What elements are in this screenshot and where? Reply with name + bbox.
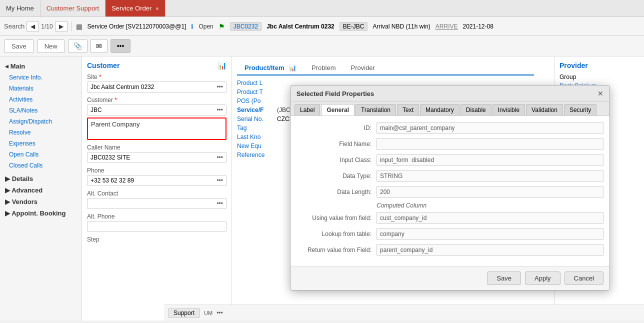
alt-contact-label: Alt. Contact	[87, 190, 226, 197]
modal-tab-text[interactable]: Text	[397, 104, 419, 116]
top-navigation: My Home Customer Support Service Order ×	[0, 0, 644, 17]
tab-home[interactable]: My Home	[0, 0, 40, 16]
more-button[interactable]: •••	[110, 39, 131, 53]
alt-phone-input[interactable]	[90, 223, 223, 230]
new-button[interactable]: New	[37, 40, 65, 53]
modal-tab-invisible[interactable]: Invisible	[492, 104, 525, 116]
sidebar-item-assign-dispatch[interactable]: Assign/Dispatch	[0, 116, 82, 127]
modal-header: Selected Field Properties ✕	[290, 86, 610, 102]
customer-dots-button[interactable]: •••	[216, 106, 223, 114]
tab-problem[interactable]: Problem	[304, 62, 343, 74]
customer-panel: Customer 📊 Site * ••• Customer * ••• Par…	[82, 56, 232, 320]
separator	[72, 22, 72, 32]
lookup-table-input[interactable]	[376, 228, 604, 240]
field-name-label: Field Name:	[296, 140, 376, 148]
input-class-row: Input Class:	[296, 154, 604, 166]
parent-company-field: Parent Company	[87, 118, 226, 140]
site-input[interactable]	[90, 84, 216, 90]
nav-next-button[interactable]: ▶	[55, 21, 68, 32]
alt-phone-label: Alt. Phone	[87, 213, 226, 220]
modal-tab-mandatory[interactable]: Mandatory	[420, 104, 460, 116]
customer-panel-title: Customer 📊	[87, 62, 226, 70]
arrive-link[interactable]: ARRIVE	[436, 23, 458, 30]
modal-apply-button[interactable]: Apply	[525, 272, 560, 285]
modal-tab-disable[interactable]: Disable	[460, 104, 492, 116]
sidebar-item-open-calls[interactable]: Open Calls	[0, 149, 82, 160]
modal-close-button[interactable]: ✕	[598, 90, 604, 98]
modal-tab-general[interactable]: General	[321, 104, 354, 116]
sidebar-item-label: Assign/Dispatch	[9, 118, 52, 125]
using-value-label: Using value from field:	[296, 214, 376, 222]
alt-contact-input[interactable]	[90, 200, 216, 207]
modal-tab-label[interactable]: Label	[294, 104, 320, 116]
product-chart-icon[interactable]: 📊	[289, 64, 296, 72]
data-length-label: Data Length:	[296, 188, 376, 196]
input-class-label: Input Class:	[296, 156, 376, 164]
mail-button[interactable]: ✉	[90, 39, 108, 53]
customer-input[interactable]	[90, 106, 216, 114]
sidebar-item-materials[interactable]: Materials	[0, 83, 82, 94]
bottom-dots-button[interactable]: •••	[216, 310, 223, 316]
return-field-label: Return value from Field:	[296, 246, 376, 254]
id-input[interactable]	[376, 122, 604, 134]
site-dots-button[interactable]: •••	[216, 84, 223, 90]
caller-dots-button[interactable]: •••	[216, 154, 223, 161]
info-icon[interactable]: ℹ	[191, 23, 194, 30]
lookup-table-label: Lookup from table:	[296, 230, 376, 238]
last-known-label: Last Kno	[237, 134, 277, 140]
sidebar-item-service-info[interactable]: Service Info.	[0, 72, 82, 83]
tab-service-order[interactable]: Service Order ×	[106, 0, 166, 16]
clip-button[interactable]: 📎	[68, 39, 88, 53]
sidebar-section-main[interactable]: ◂ Main	[0, 60, 82, 72]
caller-field[interactable]: •••	[87, 152, 226, 163]
date-text: 2021-12-08	[462, 23, 493, 30]
phone-field[interactable]: •••	[87, 175, 226, 186]
sidebar-item-sla-notes[interactable]: SLA/Notes	[0, 105, 82, 116]
status-badge: Open	[198, 23, 213, 30]
modal-tab-security[interactable]: Security	[564, 104, 596, 116]
chart-icon[interactable]: 📊	[218, 62, 226, 70]
id-row: ID:	[296, 122, 604, 134]
tab-customer-support[interactable]: Customer Support	[40, 0, 106, 16]
sidebar-item-resolve[interactable]: Resolve	[0, 127, 82, 138]
code-chip: JBC0232	[230, 22, 262, 31]
lookup-table-row: Lookup from table:	[296, 228, 604, 240]
sidebar: ◂ Main Service Info. Materials Activitie…	[0, 56, 82, 320]
sidebar-section-details[interactable]: ▶ Details	[0, 173, 82, 184]
modal-cancel-button[interactable]: Cancel	[564, 272, 604, 285]
sidebar-item-expenses[interactable]: Expenses	[0, 138, 82, 149]
sidebar-item-closed-calls[interactable]: Closed Calls	[0, 160, 82, 171]
provider-group-label: Group	[560, 74, 639, 80]
data-type-label: Data Type:	[296, 172, 376, 180]
save-button[interactable]: Save	[4, 40, 34, 53]
field-name-input[interactable]	[376, 138, 604, 150]
phone-dots-button[interactable]: •••	[216, 177, 223, 184]
tab-provider[interactable]: Provider	[344, 62, 382, 74]
customer-field[interactable]: •••	[87, 104, 226, 116]
tab-product-item[interactable]: Product/Item 📊	[237, 62, 304, 74]
input-class-input[interactable]	[376, 154, 604, 166]
alt-contact-dots-button[interactable]: •••	[216, 200, 223, 207]
alt-contact-field[interactable]: •••	[87, 198, 226, 209]
return-field-input[interactable]	[376, 244, 604, 256]
field-properties-modal: Selected Field Properties ✕ Label Genera…	[290, 85, 610, 290]
sidebar-item-activities[interactable]: Activities	[0, 94, 82, 105]
site-field[interactable]: •••	[87, 82, 226, 92]
modal-tab-validation[interactable]: Validation	[526, 104, 563, 116]
sidebar-section-advanced[interactable]: ▶ Advanced	[0, 184, 82, 196]
product-type-label: Product T	[237, 88, 277, 96]
modal-tab-translation[interactable]: Translation	[356, 104, 396, 116]
sidebar-section-vendors[interactable]: ▶ Vendors	[0, 196, 82, 208]
phone-input[interactable]	[90, 177, 216, 184]
caller-input[interactable]	[90, 154, 216, 161]
data-type-input[interactable]	[376, 170, 604, 182]
close-tab-icon[interactable]: ×	[156, 6, 158, 12]
alt-phone-field[interactable]	[87, 221, 226, 232]
modal-save-button[interactable]: Save	[487, 272, 521, 285]
sidebar-section-appoint[interactable]: ▶ Appoint. Booking	[0, 208, 82, 219]
data-length-input[interactable]	[376, 186, 604, 198]
nav-prev-button[interactable]: ◀	[26, 21, 39, 32]
sidebar-main-label: Main	[10, 62, 26, 70]
using-value-input[interactable]	[376, 212, 604, 224]
vendors-label: Vendors	[12, 198, 38, 206]
